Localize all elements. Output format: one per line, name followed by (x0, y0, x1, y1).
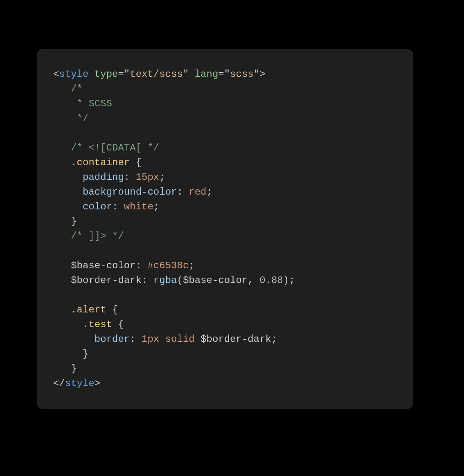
t (53, 319, 83, 330)
t: } (53, 363, 77, 374)
t: = (118, 69, 124, 80)
t: </ (53, 378, 65, 389)
t (88, 69, 94, 80)
t: .test (83, 319, 112, 330)
t: padding (83, 172, 124, 183)
t: " (224, 69, 230, 80)
t: border (95, 334, 130, 345)
t: /* (53, 83, 83, 94)
t: red (189, 186, 206, 198)
t: color (83, 201, 112, 212)
t: background-color (83, 186, 177, 198)
t: * SCSS (53, 98, 112, 109)
t (53, 260, 71, 271)
t (159, 334, 165, 345)
t: /* <![CDATA[ */ (53, 142, 159, 153)
t: > (95, 378, 100, 389)
t: , (248, 275, 259, 286)
t: { (118, 319, 124, 330)
t: $border-dark (200, 334, 271, 345)
t: style (59, 69, 88, 80)
t: = (218, 69, 224, 80)
t: ; (159, 172, 165, 183)
t: /* ]]> */ (53, 231, 124, 242)
t: ; (289, 275, 295, 286)
t (53, 304, 71, 315)
t: text/scss (130, 69, 183, 80)
t: #c6538c (147, 260, 189, 271)
t: .container (71, 157, 130, 168)
t: white (124, 201, 153, 212)
t: { (136, 157, 142, 168)
t: style (65, 378, 95, 389)
t (112, 319, 118, 330)
t: " (254, 69, 259, 80)
t: .alert (71, 304, 106, 315)
t: { (112, 304, 118, 315)
t: " (183, 69, 189, 80)
t: ( (177, 275, 182, 286)
t: ; (271, 334, 277, 345)
t (53, 334, 95, 345)
t: : (112, 201, 124, 212)
t: $border-dark (71, 275, 142, 286)
t: : (130, 334, 142, 345)
t: scss (230, 69, 254, 80)
t (53, 201, 83, 212)
t: } (53, 216, 77, 227)
t: < (53, 69, 59, 80)
t: ) (283, 275, 289, 286)
t: : (124, 172, 136, 183)
t: $base-color (71, 260, 135, 271)
t: : (136, 260, 148, 271)
t (53, 157, 71, 168)
t: } (53, 348, 88, 359)
t: $base-color (183, 275, 248, 286)
t: : (177, 186, 189, 198)
t: ; (153, 201, 159, 212)
t (53, 172, 83, 183)
t: ; (206, 186, 212, 198)
t: 0.88 (259, 275, 283, 286)
t (106, 304, 112, 315)
code-content: <style type="text/scss" lang="scss"> /* … (53, 67, 397, 391)
t (189, 69, 194, 80)
t: solid (165, 334, 195, 345)
t: rgba (153, 275, 177, 286)
t: type (95, 69, 118, 80)
t (130, 157, 135, 168)
t: : (142, 275, 153, 286)
t: 15px (136, 172, 160, 183)
t: 1px (142, 334, 159, 345)
t: */ (53, 113, 88, 124)
t (53, 186, 83, 198)
t: ; (189, 260, 194, 271)
t (195, 334, 200, 345)
code-block: <style type="text/scss" lang="scss"> /* … (37, 49, 413, 409)
t: " (124, 69, 130, 80)
t: lang (195, 69, 218, 80)
t: > (259, 69, 265, 80)
t (53, 275, 71, 286)
